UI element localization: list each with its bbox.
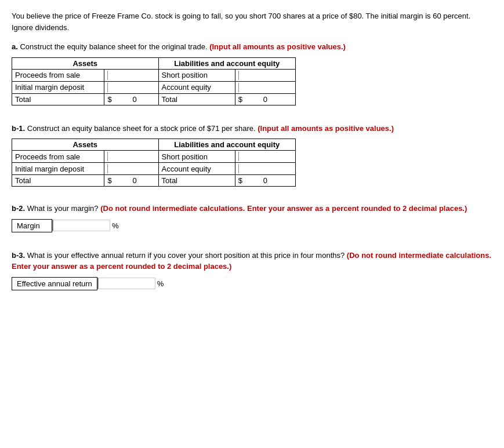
assets-dollar-b1: $ xyxy=(107,176,111,185)
short-position-input-cell-a xyxy=(235,69,295,81)
section-b1-instruction: (Input all amounts as positive values.) xyxy=(258,124,394,133)
proceeds-label-a: Proceeds from sale xyxy=(12,69,104,81)
margin-label: Margin xyxy=(12,219,52,232)
assets-total-label-a: Total xyxy=(12,93,104,105)
short-position-label-b1: Short position xyxy=(158,151,235,163)
section-b1-label: b-1. Construct an equity balance sheet f… xyxy=(12,123,492,134)
table-row: Proceeds from sale Short position xyxy=(12,151,296,163)
table-row: Proceeds from sale Short position xyxy=(12,69,296,81)
account-equity-label-a: Account equity xyxy=(158,81,235,93)
intro-text: You believe the price of Freeze Frame Co… xyxy=(12,10,492,33)
liabilities-total-label-a: Total xyxy=(158,93,235,105)
ear-input[interactable] xyxy=(97,278,155,289)
section-b2-instruction: (Do not round intermediate calculations.… xyxy=(100,204,467,213)
account-equity-input-cell-a xyxy=(235,81,295,93)
liabilities-total-label-b1: Total xyxy=(158,175,235,187)
liabilities-total-value-cell-b1: $ 0 xyxy=(235,175,295,186)
table-row: Initial margin deposit Account equity xyxy=(12,81,296,93)
assets-total-value-cell-b1: $ 0 xyxy=(104,175,158,186)
assets-total-val-a: 0 xyxy=(114,95,137,104)
proceeds-input-a[interactable] xyxy=(107,71,145,80)
initial-margin-input-b1[interactable] xyxy=(107,164,145,173)
short-position-input-a[interactable] xyxy=(238,71,276,80)
initial-margin-input-a[interactable] xyxy=(107,83,145,92)
ear-label: Effective annual return xyxy=(12,277,97,290)
short-position-label-a: Short position xyxy=(158,69,235,81)
ear-pct: % xyxy=(157,279,164,288)
section-b2-label: b-2. What is your margin? (Do not round … xyxy=(12,203,492,214)
proceeds-input-b1[interactable] xyxy=(107,152,145,161)
table-row: Initial margin deposit Account equity xyxy=(12,163,296,175)
assets-dollar-a: $ xyxy=(107,95,111,104)
short-position-input-cell-b1 xyxy=(235,151,295,163)
account-equity-label-b1: Account equity xyxy=(158,163,235,175)
table-row-total: Total $ 0 Total $ 0 xyxy=(12,175,296,187)
liabilities-dollar-a: $ xyxy=(238,95,242,104)
short-position-input-b1[interactable] xyxy=(238,152,276,161)
assets-header-b1: Assets xyxy=(12,139,159,151)
liabilities-header-b1: Liabilities and account equity xyxy=(158,139,295,151)
assets-total-label-b1: Total xyxy=(12,175,104,187)
liabilities-total-val-a: 0 xyxy=(244,95,267,104)
margin-row: Margin % xyxy=(12,219,492,232)
liabilities-total-val-b1: 0 xyxy=(244,176,267,185)
account-equity-input-a[interactable] xyxy=(238,83,276,92)
account-equity-input-b1[interactable] xyxy=(238,164,276,173)
assets-total-val-b1: 0 xyxy=(114,176,137,185)
section-a-instruction: (Input all amounts as positive values.) xyxy=(209,42,346,51)
initial-margin-input-cell-a xyxy=(104,81,158,93)
proceeds-label-b1: Proceeds from sale xyxy=(12,151,104,163)
initial-margin-label-b1: Initial margin deposit xyxy=(12,163,104,175)
initial-margin-input-cell-b1 xyxy=(104,163,158,175)
proceeds-input-cell-a xyxy=(104,69,158,81)
section-b1-balance-sheet: Assets Liabilities and account equity Pr… xyxy=(12,139,296,187)
table-row-total: Total $ 0 Total $ 0 xyxy=(12,93,296,105)
ear-row: Effective annual return % xyxy=(12,277,492,290)
assets-header-a: Assets xyxy=(12,57,159,69)
liabilities-total-value-cell-a: $ 0 xyxy=(235,94,295,105)
section-a-label: a. Construct the equity balance sheet fo… xyxy=(12,41,492,53)
margin-pct: % xyxy=(112,221,119,230)
section-b3-label: b-3. What is your effective annual retur… xyxy=(12,250,492,272)
liabilities-dollar-b1: $ xyxy=(238,176,242,185)
initial-margin-label-a: Initial margin deposit xyxy=(12,81,104,93)
margin-input[interactable] xyxy=(52,220,110,231)
proceeds-input-cell-b1 xyxy=(104,151,158,163)
section-a-balance-sheet: Assets Liabilities and account equity Pr… xyxy=(12,57,296,105)
account-equity-input-cell-b1 xyxy=(235,163,295,175)
liabilities-header-a: Liabilities and account equity xyxy=(158,57,295,69)
assets-total-value-cell-a: $ 0 xyxy=(104,94,158,105)
